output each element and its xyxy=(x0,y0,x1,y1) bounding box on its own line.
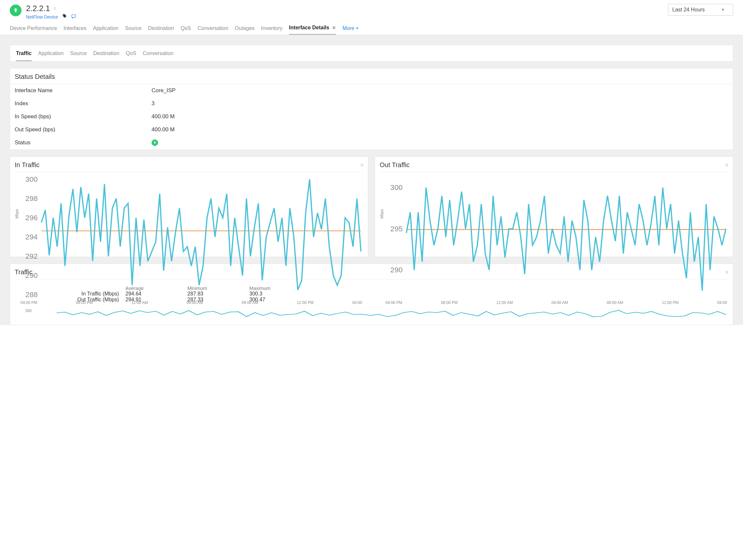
value-interface-name: Core_ISP xyxy=(151,87,728,94)
svg-text:294: 294 xyxy=(26,233,38,241)
chart-menu-icon[interactable]: ≡ xyxy=(726,162,728,168)
tab-interfaces[interactable]: Interfaces xyxy=(63,26,86,35)
caret-down-icon: ▼ xyxy=(721,7,725,12)
device-status-icon xyxy=(10,5,21,16)
tab-application[interactable]: Application xyxy=(93,26,118,35)
device-type-link[interactable]: NetFlow Device xyxy=(26,14,58,19)
y-axis-label-out: Mbps xyxy=(380,176,384,252)
svg-text:290: 290 xyxy=(26,271,38,280)
status-up-icon xyxy=(151,139,158,146)
drag-handle-icon[interactable]: ≡ xyxy=(53,5,56,11)
svg-text:288: 288 xyxy=(26,291,38,298)
svg-text:296: 296 xyxy=(26,214,38,222)
inner-tab-qos[interactable]: QoS xyxy=(126,50,136,61)
chart-title-in: In Traffic xyxy=(15,161,39,169)
svg-text:300: 300 xyxy=(390,183,403,192)
tab-interface-details[interactable]: Interface Details ✕ xyxy=(289,25,336,35)
inner-tab-application[interactable]: Application xyxy=(38,50,63,61)
tab-outages[interactable]: Outages xyxy=(235,26,255,35)
y-axis-label-in: Mbps xyxy=(15,176,19,252)
inner-tab-source[interactable]: Source xyxy=(70,50,87,61)
svg-rect-0 xyxy=(72,15,76,17)
label-out-speed: Out Speed (bps) xyxy=(15,126,151,133)
svg-text:300: 300 xyxy=(26,176,38,183)
svg-text:295: 295 xyxy=(390,225,403,233)
time-range-select[interactable]: Last 24 Hours ▼ xyxy=(668,4,733,16)
inner-tab-traffic[interactable]: Traffic xyxy=(16,50,32,61)
preview-ytick: 300 xyxy=(15,307,34,313)
inner-tab-destination[interactable]: Destination xyxy=(93,50,119,61)
caret-down-icon: ▼ xyxy=(355,27,359,30)
notes-icon[interactable] xyxy=(71,14,76,20)
tab-conversation[interactable]: Conversation xyxy=(198,26,228,35)
chart-menu-icon[interactable]: ≡ xyxy=(360,162,363,168)
tab-inventory[interactable]: Inventory xyxy=(261,26,282,35)
tabs-more[interactable]: More ▼ xyxy=(343,26,359,35)
time-range-label: Last 24 Hours xyxy=(672,7,705,13)
primary-tabs: Device Performance Interfaces Applicatio… xyxy=(0,20,743,35)
svg-text:292: 292 xyxy=(26,252,38,260)
tag-icon[interactable] xyxy=(62,14,67,20)
value-out-speed: 400.00 M xyxy=(151,126,728,133)
in-traffic-chart: In Traffic ≡ Mbps 288290292294296298300 … xyxy=(10,156,368,257)
status-details-card: Status Details Interface NameCore_ISP In… xyxy=(10,68,733,150)
chart-title-out: Out Traffic xyxy=(380,161,410,169)
value-in-speed: 400.00 M xyxy=(151,113,728,120)
inner-tabs: Traffic Application Source Destination Q… xyxy=(10,45,733,61)
tab-source[interactable]: Source xyxy=(125,26,142,35)
page-title: 2.2.2.1 xyxy=(26,4,50,13)
tab-device-performance[interactable]: Device Performance xyxy=(10,26,57,35)
close-tab-icon[interactable]: ✕ xyxy=(332,25,336,30)
label-index: Index xyxy=(15,100,151,107)
label-status: Status xyxy=(15,139,151,146)
inner-tab-conversation[interactable]: Conversation xyxy=(143,50,173,61)
tab-qos[interactable]: QoS xyxy=(180,26,191,35)
svg-text:298: 298 xyxy=(26,194,38,203)
svg-text:290: 290 xyxy=(390,266,403,274)
label-interface-name: Interface Name xyxy=(15,87,151,94)
value-index: 3 xyxy=(151,100,728,107)
out-traffic-chart: Out Traffic ≡ Mbps 290295300 04:00 PM08:… xyxy=(375,156,733,257)
label-in-speed: In Speed (bps) xyxy=(15,113,151,120)
status-details-title: Status Details xyxy=(10,68,733,84)
tab-destination[interactable]: Destination xyxy=(148,26,174,35)
